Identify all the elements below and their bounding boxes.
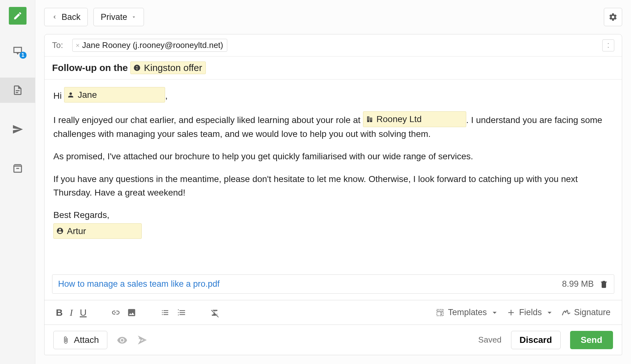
chevron-down-icon — [545, 308, 554, 317]
signature-button[interactable]: Signature — [561, 308, 610, 317]
para3: If you have any questions in the meantim… — [53, 172, 613, 200]
signature-label: Signature — [574, 308, 610, 317]
tracking-button[interactable] — [137, 335, 148, 345]
templates-button[interactable]: Templates — [435, 308, 499, 317]
expand-recipients-button[interactable] — [602, 39, 614, 51]
pencil-icon — [13, 11, 22, 21]
bullet-list-icon — [160, 308, 170, 317]
nav-inbox[interactable]: 1 — [0, 38, 35, 64]
send-icon — [12, 124, 23, 135]
number-list-icon — [177, 308, 186, 317]
discard-button[interactable]: Discard — [511, 331, 561, 349]
paperclip-icon — [62, 336, 69, 344]
actions-bar: Attach Saved Discard Send — [45, 325, 622, 355]
image-button[interactable] — [127, 308, 136, 317]
back-label: Back — [62, 12, 80, 22]
link-button[interactable] — [110, 308, 120, 317]
send-button[interactable]: Send — [570, 331, 613, 349]
nav-archive[interactable] — [0, 156, 35, 181]
inbox-badge: 1 — [20, 52, 27, 59]
back-button[interactable]: Back — [44, 8, 88, 26]
recipient-row: To: Jane Rooney (j.rooney@rooneyltd.net) — [45, 34, 622, 56]
main-area: Back Private To: Jane Rooney (j.rooney@r… — [35, 0, 631, 364]
fields-label: Fields — [519, 308, 542, 317]
svg-point-1 — [139, 337, 140, 338]
italic-button[interactable]: I — [70, 307, 73, 318]
link-icon — [110, 308, 120, 317]
para2: As promised, I've attached our brochure … — [53, 150, 613, 163]
settings-button[interactable] — [604, 8, 622, 26]
chevron-down-icon — [490, 308, 499, 317]
format-toolbar: B I U Templates — [45, 300, 622, 325]
clear-format-button[interactable] — [210, 308, 220, 317]
clear-format-icon — [210, 308, 220, 317]
bold-button[interactable]: B — [56, 307, 63, 318]
templates-label: Templates — [448, 308, 487, 317]
document-icon — [12, 85, 23, 96]
visibility-dropdown[interactable]: Private — [93, 8, 144, 26]
chevron-left-icon — [51, 14, 58, 20]
merge-field-deal-text: Kingston offer — [144, 62, 202, 73]
svg-point-2 — [139, 338, 140, 339]
attach-button[interactable]: Attach — [53, 331, 107, 349]
number-list-button[interactable] — [177, 308, 186, 317]
user-circle-icon — [56, 227, 64, 235]
archive-icon — [12, 163, 23, 174]
nav-sent[interactable] — [0, 117, 35, 142]
greeting-pre: Hi — [53, 91, 62, 101]
templates-icon — [435, 308, 445, 317]
merge-field-firstname[interactable]: Jane — [64, 87, 165, 103]
merge-field-firstname-text: Jane — [78, 88, 97, 102]
compose-header: Back Private — [35, 0, 631, 34]
person-icon — [67, 91, 74, 99]
gear-icon — [609, 13, 617, 21]
attach-label: Attach — [74, 335, 99, 345]
merge-field-org-text: Rooney Ltd — [377, 112, 422, 126]
nav-drafts[interactable] — [0, 78, 35, 103]
signature-icon — [561, 308, 571, 317]
para1-pre: I really enjoyed our chat earlier, and e… — [53, 115, 360, 125]
fields-button[interactable]: Fields — [506, 308, 554, 317]
dollar-circle-icon — [133, 64, 141, 72]
building-icon — [366, 115, 373, 123]
remove-chip-icon[interactable] — [75, 43, 80, 48]
merge-field-sender-text: Artur — [67, 224, 86, 238]
subject-prefix: Follow-up on the — [52, 62, 128, 73]
plus-icon — [506, 308, 516, 317]
greeting-post: , — [165, 91, 168, 101]
attachment-name[interactable]: How to manage a sales team like a pro.pd… — [58, 279, 556, 289]
to-label: To: — [52, 40, 67, 50]
left-nav-rail: 1 — [0, 0, 35, 364]
bullet-list-button[interactable] — [160, 308, 170, 317]
email-body[interactable]: Hi Jane , I really enjoyed our chat earl… — [45, 79, 622, 274]
chevron-up-icon — [606, 42, 611, 45]
chevron-down-icon — [131, 14, 137, 20]
compose-button[interactable] — [9, 7, 27, 25]
merge-field-deal[interactable]: Kingston offer — [130, 62, 206, 74]
merge-field-org[interactable]: Rooney Ltd — [363, 111, 466, 127]
signoff: Best Regards, — [53, 208, 613, 222]
underline-button[interactable]: U — [80, 307, 87, 318]
chevron-down-icon — [606, 46, 611, 49]
save-status: Saved — [478, 335, 502, 345]
image-icon — [127, 308, 136, 317]
attachment-size: 8.99 MB — [562, 279, 594, 289]
subject-row[interactable]: Follow-up on the Kingston offer — [45, 56, 622, 79]
merge-field-sender[interactable]: Artur — [53, 223, 142, 239]
recipient-text: Jane Rooney (j.rooney@rooneyltd.net) — [82, 40, 223, 50]
preview-button[interactable] — [117, 335, 128, 345]
compose-pane: To: Jane Rooney (j.rooney@rooneyltd.net)… — [44, 34, 622, 355]
recipient-chip[interactable]: Jane Rooney (j.rooney@rooneyltd.net) — [72, 39, 227, 52]
attachment-row: How to manage a sales team like a pro.pd… — [52, 274, 614, 294]
delete-attachment-button[interactable] — [599, 280, 608, 289]
visibility-label: Private — [101, 12, 127, 22]
